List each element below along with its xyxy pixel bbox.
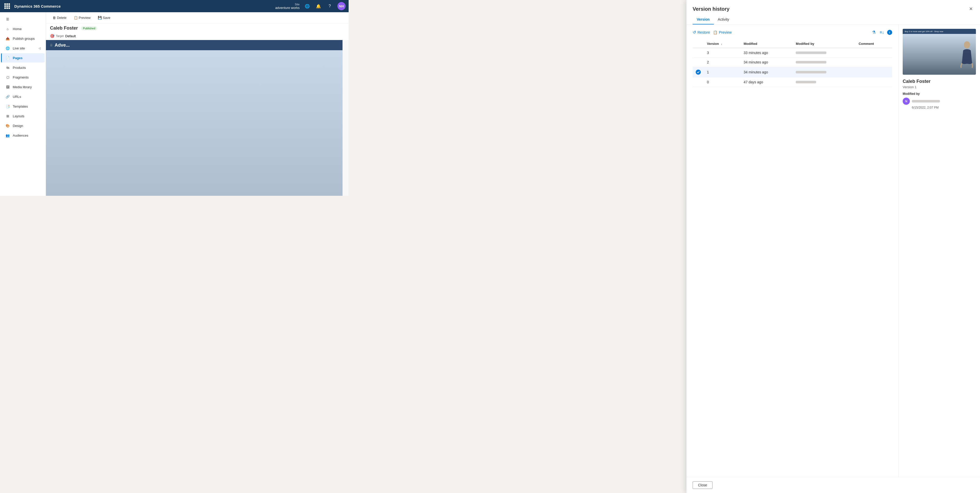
template-icon: 📑 bbox=[5, 104, 10, 109]
sidebar-label-layouts: Layouts bbox=[13, 114, 24, 118]
sidebar-item-home[interactable]: ⌂ Home bbox=[1, 24, 45, 33]
site-label: Site bbox=[295, 3, 300, 6]
sidebar-label-fragments: Fragments bbox=[13, 76, 29, 79]
products-icon: 🛍 bbox=[5, 65, 10, 70]
save-button[interactable]: 💾 Save bbox=[95, 15, 113, 21]
sidebar-item-layouts[interactable]: ⊞ Layouts bbox=[1, 111, 45, 120]
site-name: adventure works bbox=[275, 6, 300, 10]
sidebar-label-templates: Templates bbox=[13, 105, 28, 108]
sidebar-label-design: Design bbox=[13, 124, 23, 128]
target-section: 🎯 Target Default bbox=[46, 32, 348, 40]
target-icon: 🎯 bbox=[50, 34, 54, 38]
canvas-preview: ☰ Adve... bbox=[46, 40, 348, 196]
sidebar-item-media-library[interactable]: 🖼 Media library bbox=[1, 82, 45, 92]
app-title: Dynamics 365 Commerce bbox=[14, 4, 272, 8]
audience-icon: 👥 bbox=[5, 133, 10, 138]
sidebar: ☰ ⌂ Home 📤 Publish groups 🌐 Live site ◁ … bbox=[0, 12, 46, 196]
sidebar-item-design[interactable]: 🎨 Design bbox=[1, 121, 45, 130]
hamburger-icon: ☰ bbox=[5, 17, 10, 22]
preview-button[interactable]: 📋 Preview bbox=[71, 15, 93, 21]
sidebar-item-hamburger[interactable]: ☰ bbox=[1, 14, 45, 24]
sidebar-item-pages[interactable]: 📄 Pages bbox=[1, 53, 45, 62]
sidebar-label-media-library: Media library bbox=[13, 85, 32, 89]
delete-icon: 🗑 bbox=[52, 16, 56, 20]
site-info: Site adventure works bbox=[275, 3, 300, 10]
media-icon: 🖼 bbox=[5, 84, 10, 89]
url-icon: 🔗 bbox=[5, 94, 10, 99]
sidebar-label-home: Home bbox=[13, 27, 22, 31]
globe-icon[interactable]: 🌐 bbox=[304, 3, 311, 10]
page-header: Caleb Foster Published bbox=[46, 24, 348, 32]
publish-icon: 📤 bbox=[5, 36, 10, 41]
outline-panel[interactable]: Outline bbox=[342, 40, 348, 196]
fragment-icon: ⬡ bbox=[5, 75, 10, 80]
main-content: 🗑 Delete 📋 Preview 💾 Save Caleb Foster P… bbox=[46, 12, 348, 196]
sidebar-item-urls[interactable]: 🔗 URLs bbox=[1, 92, 45, 101]
status-badge: Published bbox=[81, 26, 97, 30]
sidebar-label-audiences: Audiences bbox=[13, 133, 28, 137]
sidebar-item-live-site[interactable]: 🌐 Live site ◁ bbox=[1, 44, 45, 53]
sidebar-label-publish-groups: Publish groups bbox=[13, 37, 35, 41]
top-navigation: Dynamics 365 Commerce Site adventure wor… bbox=[0, 0, 348, 12]
waffle-menu[interactable] bbox=[3, 2, 11, 10]
home-icon: ⌂ bbox=[5, 26, 10, 31]
globe-nav-icon: 🌐 bbox=[5, 46, 10, 51]
sidebar-label-live-site: Live site bbox=[13, 46, 25, 50]
toolbar: 🗑 Delete 📋 Preview 💾 Save bbox=[46, 12, 348, 24]
sidebar-item-fragments[interactable]: ⬡ Fragments bbox=[1, 73, 45, 82]
design-icon: 🎨 bbox=[5, 123, 10, 128]
user-avatar[interactable]: NH bbox=[337, 2, 345, 10]
sidebar-item-publish-groups[interactable]: 📤 Publish groups bbox=[1, 34, 45, 43]
sidebar-item-products[interactable]: 🛍 Products bbox=[1, 63, 45, 72]
sidebar-label-urls: URLs bbox=[13, 95, 21, 99]
page-title: Caleb Foster bbox=[50, 25, 78, 31]
bell-icon[interactable]: 🔔 bbox=[315, 3, 322, 10]
sidebar-item-audiences[interactable]: 👥 Audiences bbox=[1, 131, 45, 140]
target-label: Target bbox=[56, 35, 64, 38]
preview-icon: 📋 bbox=[74, 16, 78, 20]
help-icon[interactable]: ? bbox=[326, 3, 333, 10]
page-icon: 📄 bbox=[5, 55, 10, 60]
layout-icon: ⊞ bbox=[5, 113, 10, 119]
save-icon: 💾 bbox=[98, 16, 102, 20]
delete-button[interactable]: 🗑 Delete bbox=[50, 15, 69, 21]
canvas-area: ☰ Adve... Outline bbox=[46, 40, 348, 196]
sidebar-item-templates[interactable]: 📑 Templates bbox=[1, 102, 45, 111]
sidebar-label-pages: Pages bbox=[13, 56, 22, 60]
target-value: Default bbox=[65, 34, 76, 38]
sidebar-label-products: Products bbox=[13, 66, 26, 70]
